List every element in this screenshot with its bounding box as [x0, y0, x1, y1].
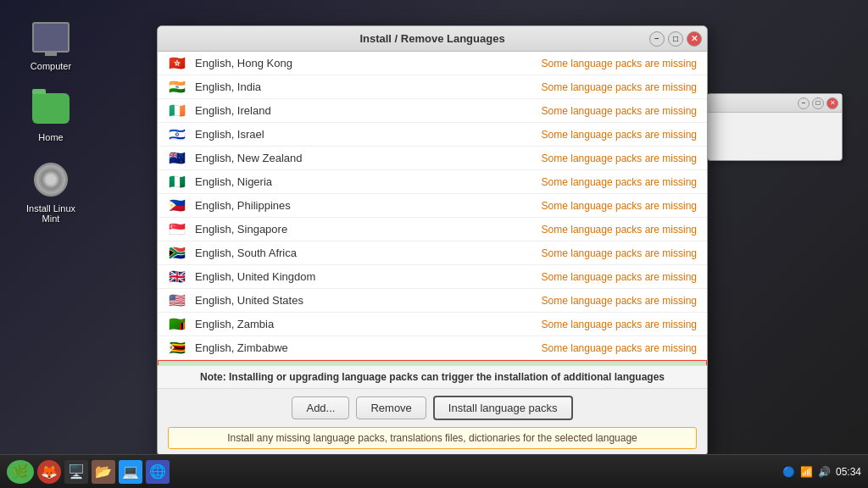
lang-name: English, United Kingdom [195, 270, 542, 283]
bg-minimize-btn[interactable]: − [798, 97, 810, 109]
dialog-buttons: Add... Remove Install language packs [158, 389, 707, 427]
lang-flag: 🇸🇬 [168, 224, 186, 236]
taskbar-icon-software[interactable]: 💻 [119, 460, 142, 484]
lang-row[interactable]: 🇮🇪English, IrelandSome language packs ar… [158, 99, 707, 123]
desktop-icons: Computer Home Install Linux Mint [17, 17, 85, 224]
lang-status: Some language packs are missing [542, 129, 697, 141]
desktop-icon-install-mint[interactable]: Install Linux Mint [17, 159, 85, 224]
wifi-icon: 📶 [800, 466, 813, 478]
lang-row[interactable]: 🇵🇭English, PhilippinesSome language pack… [158, 194, 707, 218]
taskbar-clock: 05:34 [836, 466, 861, 478]
add-button[interactable]: Add... [292, 396, 349, 419]
computer-label: Computer [31, 61, 71, 71]
lang-flag: 🇿🇲 [168, 319, 186, 330]
bg-window-titlebar: − □ ✕ [708, 94, 842, 113]
lang-row[interactable]: 🇸🇬English, SingaporeSome language packs … [158, 218, 707, 241]
lang-status: Some language packs are missing [542, 319, 697, 330]
lang-flag: 🇮🇳 [168, 81, 186, 93]
note-bar: Note: Installing or upgrading language p… [158, 365, 707, 389]
lang-name: English, Philippines [195, 199, 542, 212]
desktop: Computer Home Install Linux Mint − □ ✕ I… [0, 0, 868, 488]
lang-name: English, Hong Kong [195, 57, 542, 69]
lang-status: Some language packs are missing [542, 58, 697, 69]
install-mint-label: Install Linux Mint [17, 203, 85, 224]
lang-flag: 🇳🇿 [168, 152, 186, 164]
lang-row[interactable]: 🇺🇸English, United StatesSome language pa… [158, 289, 707, 313]
lang-row[interactable]: 🇿🇦English, South AfricaSome language pac… [158, 241, 707, 265]
lang-row[interactable]: 🇮🇱English, IsraelSome language packs are… [158, 123, 707, 147]
taskbar-icon-terminal[interactable]: 🖥️ [64, 460, 88, 484]
start-button[interactable]: 🌿 [7, 460, 34, 484]
bluetooth-icon: 🔵 [782, 466, 795, 478]
lang-name: English, Ireland [195, 104, 542, 117]
taskbar-right: 🔵 📶 🔊 05:34 [782, 466, 861, 478]
start-icon: 🌿 [12, 463, 29, 480]
lang-name: English, United States [195, 294, 542, 307]
lang-name: English, New Zealand [195, 152, 542, 164]
language-list[interactable]: 🇭🇰English, Hong KongSome language packs … [158, 52, 707, 365]
lang-name: English, South Africa [195, 247, 542, 259]
maximize-button[interactable]: □ [668, 31, 683, 47]
lang-row[interactable]: 🇿🇼English, ZimbabweSome language packs a… [158, 336, 707, 360]
dialog-title: Install / Remove Languages [359, 32, 504, 45]
dialog-titlebar: Install / Remove Languages − □ ✕ [158, 26, 707, 52]
lang-flag: 🇿🇦 [168, 247, 186, 259]
desktop-icon-computer[interactable]: Computer [17, 17, 85, 71]
lang-flag: 🇵🇭 [168, 200, 186, 212]
lang-status: Some language packs are missing [542, 271, 697, 283]
folder-icon [32, 93, 70, 124]
taskbar-icon-language[interactable]: 🌐 [146, 460, 170, 484]
dvd-icon [34, 163, 68, 197]
lang-flag: 🇭🇰 [168, 58, 186, 69]
lang-flag: 🇿🇼 [168, 342, 186, 354]
lang-status: Some language packs are missing [542, 152, 697, 164]
lang-flag: 🇮🇱 [168, 129, 186, 141]
lang-row[interactable]: 🇭🇰English, Hong KongSome language packs … [158, 52, 707, 75]
lang-flag: 🇺🇸 [168, 295, 186, 307]
taskbar-icon-files[interactable]: 📂 [92, 460, 115, 484]
bg-close-btn[interactable]: ✕ [826, 97, 838, 109]
lang-row[interactable]: 🇿🇲English, ZambiaSome language packs are… [158, 313, 707, 336]
lang-status: Some language packs are missing [542, 342, 697, 354]
lang-row[interactable]: 🇳🇿English, New ZealandSome language pack… [158, 147, 707, 170]
lang-name: English, Zambia [195, 318, 542, 330]
background-window: − □ ✕ [707, 93, 843, 161]
lang-name: English, India [195, 80, 542, 93]
install-remove-languages-dialog: Install / Remove Languages − □ ✕ 🇭🇰Engli… [157, 25, 708, 457]
lang-name: English, Nigeria [195, 175, 542, 188]
lang-row[interactable]: 🇮🇳English, IndiaSome language packs are … [158, 75, 707, 99]
lang-status: Some language packs are missing [542, 105, 697, 117]
install-language-packs-button[interactable]: Install language packs [433, 396, 573, 420]
lang-flag: 🇬🇧 [168, 271, 186, 283]
home-label: Home [38, 132, 63, 142]
bg-maximize-btn[interactable]: □ [812, 97, 824, 109]
lang-row[interactable]: 🇳🇬English, NigeriaSome language packs ar… [158, 170, 707, 194]
lang-flag: 🇳🇬 [168, 176, 186, 188]
lang-name: English, Israel [195, 128, 542, 141]
lang-name: English, Singapore [195, 223, 542, 236]
lang-row[interactable]: 🇬🇧English, United KingdomSome language p… [158, 265, 707, 289]
lang-status: Some language packs are missing [542, 295, 697, 307]
lang-status: Some language packs are missing [542, 247, 697, 259]
tooltip: Install any missing language packs, tran… [168, 427, 697, 449]
lang-status: Some language packs are missing [542, 176, 697, 188]
lang-status: Some language packs are missing [542, 224, 697, 236]
lang-flag: 🇮🇪 [168, 105, 186, 117]
lang-status: Some language packs are missing [542, 200, 697, 212]
note-text: Note: Installing or upgrading language p… [200, 371, 665, 383]
lang-status: Some language packs are missing [542, 81, 697, 93]
monitor-icon [32, 22, 70, 53]
lang-name: English, Zimbabwe [195, 341, 542, 354]
minimize-button[interactable]: − [649, 31, 665, 47]
volume-icon: 🔊 [818, 466, 831, 478]
taskbar: 🌿 🦊 🖥️ 📂 💻 🌐 🔵 📶 🔊 05:34 [0, 454, 868, 488]
desktop-icon-home[interactable]: Home [17, 88, 85, 142]
remove-button[interactable]: Remove [356, 396, 426, 419]
close-button[interactable]: ✕ [687, 31, 702, 47]
taskbar-icon-firefox[interactable]: 🦊 [37, 460, 61, 484]
titlebar-buttons: − □ ✕ [649, 31, 702, 47]
